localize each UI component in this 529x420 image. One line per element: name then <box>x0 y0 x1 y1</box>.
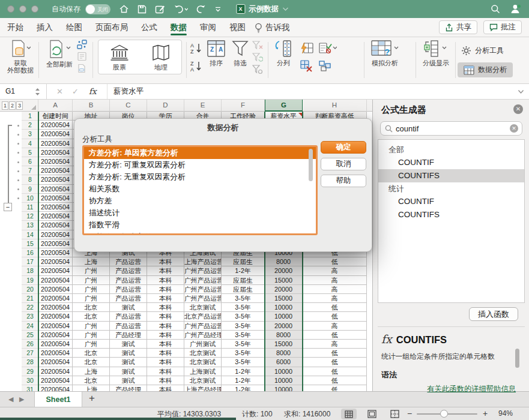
outline-level-2-button[interactable]: 2 <box>9 101 16 110</box>
cell-G19[interactable]: 15000 <box>265 276 303 285</box>
column-header-E[interactable]: E <box>184 100 222 112</box>
cell-D30[interactable]: 本科 <box>147 376 184 385</box>
row-number-6[interactable]: 6 <box>22 157 38 166</box>
zoom-in-button[interactable]: + <box>483 409 488 418</box>
formula-bar-content[interactable]: 薪资水平 <box>107 84 144 99</box>
cell-D28[interactable]: 本科 <box>147 358 184 367</box>
undo-icon[interactable] <box>174 5 188 14</box>
column-header-C[interactable]: C <box>110 100 147 112</box>
cell-H26[interactable]: 高 <box>303 340 367 349</box>
cell-C28[interactable]: 测试 <box>110 358 147 367</box>
row-number-18[interactable]: 18 <box>22 266 38 275</box>
cell-F30[interactable]: 1-2年 <box>222 376 265 385</box>
row-number-1[interactable]: 1 <box>22 112 38 121</box>
cell-E26[interactable]: 广州测试 <box>184 340 222 349</box>
tell-me[interactable]: 告诉我 <box>255 18 290 37</box>
cell-E29[interactable]: 上海测试 <box>184 367 222 376</box>
cell-H21[interactable]: 高 <box>303 294 367 303</box>
analysis-tool-item[interactable]: 协方差 <box>84 195 316 207</box>
cell-E23[interactable]: 北京产品运营 <box>184 312 222 321</box>
cell-F20[interactable]: 应届生 <box>222 285 265 294</box>
cell-H28[interactable]: 低 <box>303 358 367 367</box>
cell-G22[interactable]: 10000 <box>265 303 303 312</box>
cell-G18[interactable]: 20000 <box>265 266 303 275</box>
cell-H19[interactable]: 高 <box>303 276 367 285</box>
cell-A10[interactable]: 20200504 <box>38 194 73 203</box>
connections-icon[interactable] <box>77 40 87 49</box>
row-number-4[interactable]: 4 <box>22 139 38 148</box>
search-icon[interactable] <box>491 4 500 14</box>
ribbon-tab-数据[interactable]: 数据 <box>171 18 187 37</box>
cell-G24[interactable]: 20000 <box>265 322 303 331</box>
cell-F21[interactable]: 3-5年 <box>222 294 265 303</box>
zoom-slider-thumb[interactable] <box>440 410 448 418</box>
row-number-30[interactable]: 30 <box>22 376 38 385</box>
row-number-31[interactable]: 31 <box>22 385 38 391</box>
cell-G28[interactable]: 6000 <box>265 358 303 367</box>
row-number-25[interactable]: 25 <box>22 331 38 340</box>
cell-A14[interactable]: 20200504 <box>38 230 73 239</box>
cell-E31[interactable]: 上海产品经理 <box>184 385 222 391</box>
cell-H24[interactable]: 高 <box>303 322 367 331</box>
column-header-G[interactable]: G <box>265 100 303 112</box>
cell-D27[interactable]: 本科 <box>147 349 184 358</box>
cell-G23[interactable]: 10000 <box>265 312 303 321</box>
cell-E18[interactable]: 广州产品运营 <box>184 266 222 275</box>
cell-H22[interactable]: 低 <box>303 303 367 312</box>
ribbon-tab-开始[interactable]: 开始 <box>7 18 23 37</box>
cell-A27[interactable]: 20200504 <box>38 349 73 358</box>
cell-E20[interactable]: 广州产品运营 <box>184 285 222 294</box>
ribbon-tab-插入[interactable]: 插入 <box>37 18 53 37</box>
cell-D25[interactable]: 本科 <box>147 331 184 340</box>
cell-A16[interactable]: 20200504 <box>38 248 73 257</box>
panel-scrollbar[interactable] <box>515 349 519 368</box>
column-header-B[interactable]: B <box>73 100 110 112</box>
ribbon-tab-页面布局[interactable]: 页面布局 <box>95 18 128 37</box>
cell-G31[interactable]: 10000 <box>265 385 303 391</box>
analysis-tool-item[interactable]: 描述统计 <box>84 207 316 219</box>
cell-E27[interactable]: 北京测试 <box>184 349 222 358</box>
analysis-tool-item[interactable]: F-检验 双样本方差 <box>84 231 316 235</box>
cell-D22[interactable]: 本科 <box>147 303 184 312</box>
analysis-tool-item[interactable]: 指数平滑 <box>84 219 316 231</box>
data-validation-icon[interactable] <box>319 42 337 54</box>
zoom-window-button[interactable] <box>31 5 38 13</box>
row-number-15[interactable]: 15 <box>22 239 38 248</box>
cell-A28[interactable]: 20200504 <box>38 358 73 367</box>
help-button[interactable]: 帮助 <box>321 175 366 187</box>
flash-fill-icon[interactable] <box>300 42 313 54</box>
normal-view-button[interactable] <box>341 409 357 419</box>
cell-H18[interactable]: 高 <box>303 266 367 275</box>
cell-G29[interactable]: 10000 <box>265 367 303 376</box>
page-break-view-button[interactable] <box>387 409 402 419</box>
cell-E24[interactable]: 广州产品运营 <box>184 322 222 331</box>
cell-A23[interactable]: 20200504 <box>38 312 73 321</box>
row-number-26[interactable]: 26 <box>22 340 38 349</box>
cell-B20[interactable]: 广州 <box>73 285 110 294</box>
close-icon[interactable]: ✕ <box>513 104 523 114</box>
minimize-window-button[interactable] <box>19 5 26 13</box>
cell-A20[interactable]: 20200504 <box>38 285 73 294</box>
sheet-tab-sheet1[interactable]: Sheet1 <box>34 392 82 407</box>
cell-C27[interactable]: 测试 <box>110 349 147 358</box>
row-number-2[interactable]: 2 <box>22 121 38 130</box>
cell-G30[interactable]: 10000 <box>265 376 303 385</box>
text-to-columns-button[interactable]: 分列 <box>271 40 295 67</box>
row-number-12[interactable]: 12 <box>22 212 38 221</box>
cell-H20[interactable]: 高 <box>303 285 367 294</box>
cell-A26[interactable]: 20200504 <box>38 340 73 349</box>
cell-E25[interactable]: 广州产品经理 <box>184 331 222 340</box>
cell-A19[interactable]: 20200504 <box>38 276 73 285</box>
cell-H27[interactable]: 低 <box>303 349 367 358</box>
cell-F22[interactable]: 3-5年 <box>222 303 265 312</box>
row-number-20[interactable]: 20 <box>22 285 38 294</box>
cell-A17[interactable]: 20200504 <box>38 257 73 266</box>
row-number-10[interactable]: 10 <box>22 194 38 203</box>
cell-D17[interactable]: 本科 <box>147 257 184 266</box>
cell-F26[interactable]: 3-5年 <box>222 340 265 349</box>
cell-E17[interactable]: 上海产品运营 <box>184 257 222 266</box>
cell-A8[interactable]: 20200504 <box>38 175 73 184</box>
autosave-toggle[interactable]: 关闭 <box>85 4 110 14</box>
row-number-3[interactable]: 3 <box>22 130 38 139</box>
cell-B26[interactable]: 广州 <box>73 340 110 349</box>
